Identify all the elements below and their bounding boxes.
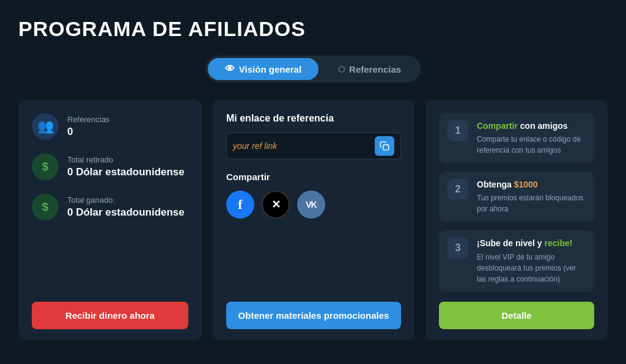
stat-earned-value: 0 Dólar estadounidense	[67, 206, 185, 219]
receive-money-button[interactable]: Recibir dinero ahora	[32, 302, 188, 329]
stat-withdrawn-info: Total retirado 0 Dólar estadounidense	[67, 155, 185, 178]
ref-link-text: your ref link	[233, 141, 375, 151]
ref-section-label: Mi enlace de referencia	[226, 113, 401, 124]
step-2-number: 2	[447, 179, 468, 200]
step-2: 2 Obtenga $1000 Tus premios estarán bloq…	[439, 172, 594, 222]
stat-withdrawn-label: Total retirado	[67, 155, 185, 164]
tab-references[interactable]: ⬡ Referencias	[321, 58, 418, 80]
tabs-container: 👁 Visión general ⬡ Referencias	[205, 56, 421, 82]
stats-container: 👥 Referencias 0 $ Total retirado 0 Dólar…	[32, 113, 188, 234]
social-row: f ✕ VK	[226, 191, 401, 219]
stat-references-info: Referencias 0	[67, 115, 109, 138]
tab-overview[interactable]: 👁 Visión general	[208, 58, 319, 80]
stat-row-earned: $ Total ganado: 0 Dólar estadounidense	[32, 194, 188, 220]
middle-card: Mi enlace de referencia your ref link Co…	[213, 100, 414, 340]
step-1-suffix: con amigos	[520, 121, 568, 131]
detail-button[interactable]: Detalle	[439, 302, 594, 329]
step-1-highlight: Compartir	[477, 121, 518, 131]
facebook-icon: f	[238, 197, 242, 213]
right-card: 1 Compartir con amigos Comparte tu enlac…	[425, 100, 608, 340]
step-1-content: Compartir con amigos Comparte tu enlace …	[477, 120, 586, 156]
vk-icon: VK	[306, 200, 316, 209]
overview-icon: 👁	[225, 64, 235, 75]
step-3-highlight: recibe!	[544, 238, 572, 248]
step-1: 1 Compartir con amigos Comparte tu enlac…	[439, 113, 594, 163]
tab-overview-label: Visión general	[239, 64, 301, 75]
step-1-desc: Comparte tu enlace o código de referenci…	[477, 134, 586, 156]
step-3-content: ¡Sube de nivel y recibe! El nivel VIP de…	[477, 238, 586, 284]
tab-references-label: Referencias	[349, 64, 401, 75]
stat-earned-info: Total ganado: 0 Dólar estadounidense	[67, 195, 185, 219]
x-share-button[interactable]: ✕	[262, 191, 290, 219]
step-2-desc: Tus premios estarán bloqueados por ahora	[477, 192, 586, 214]
step-2-highlight: $1000	[514, 180, 538, 189]
earned-icon-circle: $	[32, 194, 59, 220]
withdrawn-icon-circle: $	[32, 153, 59, 180]
references-icon-circle: 👥	[32, 113, 59, 140]
step-2-content: Obtenga $1000 Tus premios estarán bloque…	[477, 179, 586, 214]
step-3-title: ¡Sube de nivel y recibe!	[477, 238, 586, 249]
copy-icon	[380, 141, 389, 151]
step-3-number: 3	[447, 238, 468, 258]
step-1-number: 1	[447, 120, 468, 141]
copy-link-button[interactable]	[375, 136, 394, 156]
left-card: 👥 Referencias 0 $ Total retirado 0 Dólar…	[18, 100, 202, 340]
step-3: 3 ¡Sube de nivel y recibe! El nivel VIP …	[439, 230, 594, 291]
share-section-label: Compartir	[226, 172, 401, 182]
page-wrapper: PROGRAMA DE AFILIADOS 👁 Visión general ⬡…	[0, 0, 626, 364]
tabs-row: 👁 Visión general ⬡ Referencias	[18, 56, 608, 82]
stat-references-value: 0	[67, 126, 109, 138]
svg-rect-0	[383, 145, 389, 150]
stat-row-withdrawn: $ Total retirado 0 Dólar estadounidense	[32, 153, 188, 180]
page-title: PROGRAMA DE AFILIADOS	[18, 17, 608, 41]
x-icon: ✕	[271, 198, 281, 211]
ref-link-row: your ref link	[226, 133, 401, 159]
stat-references-label: Referencias	[67, 115, 109, 124]
cards-row: 👥 Referencias 0 $ Total retirado 0 Dólar…	[18, 100, 608, 340]
stat-withdrawn-value: 0 Dólar estadounidense	[67, 166, 185, 178]
stat-earned-label: Total ganado:	[67, 195, 185, 205]
step-2-title: Obtenga $1000	[477, 179, 586, 190]
step-1-title: Compartir con amigos	[477, 120, 586, 131]
references-icon: ⬡	[338, 65, 345, 74]
step-3-prefix: ¡Sube de nivel y	[477, 238, 544, 248]
stat-row-references: 👥 Referencias 0	[32, 113, 188, 140]
vk-share-button[interactable]: VK	[297, 191, 325, 219]
step-2-prefix: Obtenga	[477, 180, 514, 189]
facebook-share-button[interactable]: f	[226, 191, 254, 219]
step-3-desc: El nivel VIP de tu amigo desbloqueará tu…	[477, 252, 586, 285]
promo-materials-button[interactable]: Obtener materiales promocionales	[226, 302, 401, 329]
steps-list: 1 Compartir con amigos Comparte tu enlac…	[439, 113, 594, 292]
